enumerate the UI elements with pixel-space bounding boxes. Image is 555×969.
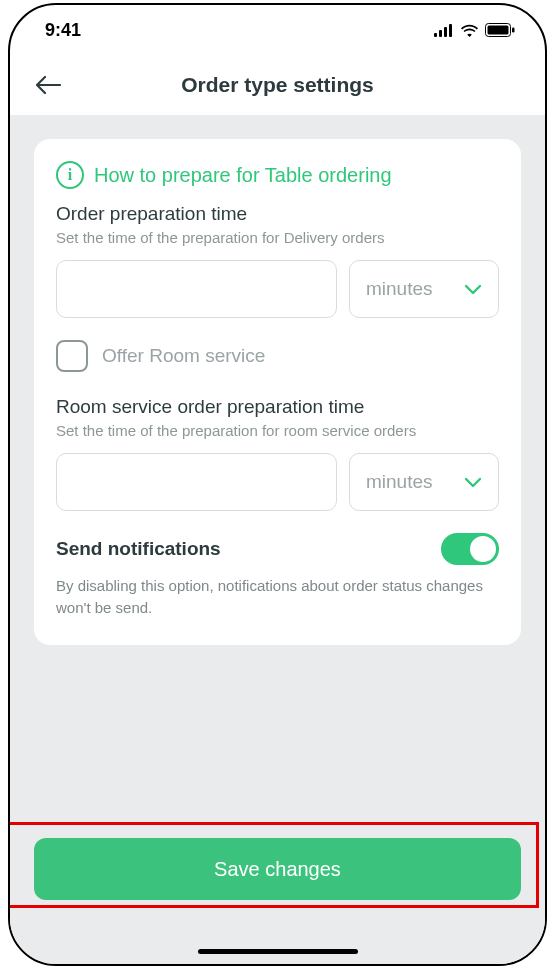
room-prep-desc: Set the time of the preparation for room… <box>56 422 499 439</box>
wifi-icon <box>460 24 479 37</box>
notifications-desc: By disabling this option, notifications … <box>56 575 499 619</box>
room-service-checkbox[interactable] <box>56 340 88 372</box>
home-indicator <box>198 949 358 954</box>
info-icon: i <box>56 161 84 189</box>
settings-card: i How to prepare for Table ordering Orde… <box>34 139 521 645</box>
room-service-checkbox-label: Offer Room service <box>102 345 265 367</box>
room-prep-input[interactable] <box>56 453 337 511</box>
arrow-left-icon <box>35 75 61 95</box>
svg-rect-3 <box>449 24 452 37</box>
prep-time-unit-select[interactable]: minutes <box>349 260 499 318</box>
battery-icon <box>485 23 515 37</box>
svg-rect-1 <box>439 30 442 37</box>
room-prep-unit-select[interactable]: minutes <box>349 453 499 511</box>
room-prep-unit-label: minutes <box>366 471 433 493</box>
status-time: 9:41 <box>45 20 81 41</box>
svg-rect-6 <box>512 28 515 33</box>
room-prep-label: Room service order preparation time <box>56 396 499 418</box>
chevron-down-icon <box>464 278 482 300</box>
toggle-knob <box>470 536 496 562</box>
svg-rect-5 <box>488 26 509 35</box>
status-bar: 9:41 <box>10 5 545 55</box>
save-button[interactable]: Save changes <box>34 838 521 900</box>
status-indicators <box>434 23 515 37</box>
prep-time-unit-label: minutes <box>366 278 433 300</box>
prep-time-desc: Set the time of the preparation for Deli… <box>56 229 499 246</box>
chevron-down-icon <box>464 471 482 493</box>
back-button[interactable] <box>30 67 66 103</box>
info-link[interactable]: i How to prepare for Table ordering <box>56 161 499 189</box>
page-title: Order type settings <box>181 73 374 97</box>
info-link-text: How to prepare for Table ordering <box>94 164 392 187</box>
prep-time-label: Order preparation time <box>56 203 499 225</box>
svg-rect-2 <box>444 27 447 37</box>
svg-rect-0 <box>434 33 437 37</box>
notifications-label: Send notifications <box>56 538 221 560</box>
save-button-label: Save changes <box>214 858 341 881</box>
page-header: Order type settings <box>10 55 545 115</box>
content-area: i How to prepare for Table ordering Orde… <box>10 115 545 964</box>
notifications-toggle[interactable] <box>441 533 499 565</box>
cellular-signal-icon <box>434 24 454 37</box>
prep-time-input[interactable] <box>56 260 337 318</box>
